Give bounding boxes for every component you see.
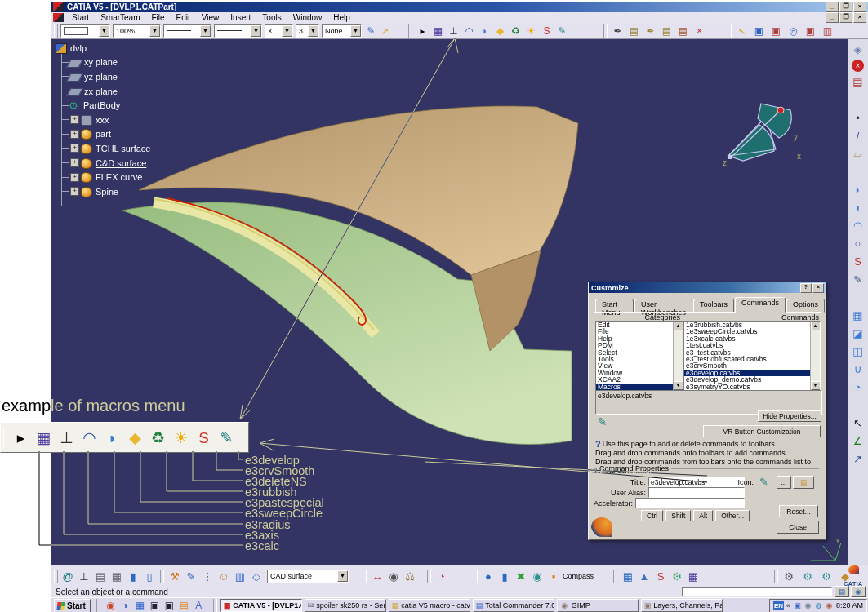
shading-sphere-icon[interactable]: ● xyxy=(481,569,496,583)
point-icon[interactable]: • xyxy=(850,110,866,126)
dialog-tab[interactable]: User Workbenches xyxy=(634,299,692,313)
modifier-button[interactable]: Shift xyxy=(665,510,691,521)
linetype-combo[interactable]: ▼ xyxy=(163,24,211,38)
link-doc-icon[interactable]: ▣ xyxy=(803,24,817,38)
tree-item[interactable]: yz plane xyxy=(56,69,211,84)
tree-item-label[interactable]: yz plane xyxy=(84,72,118,82)
capture-camera-icon[interactable]: ◉ xyxy=(386,569,401,583)
tray-update-icon[interactable]: ◉ xyxy=(825,601,834,610)
macro-gear-icon[interactable]: ⚙ xyxy=(800,569,815,583)
vr-button-customization-button[interactable]: VR Button Customization xyxy=(703,425,821,437)
scroll-down-icon[interactable]: ▼ xyxy=(674,381,683,390)
tree-item[interactable]: PartBody xyxy=(56,98,211,113)
formula-pen-icon[interactable]: ✒ xyxy=(611,24,625,38)
workbench-icon[interactable]: ◈ xyxy=(850,42,866,57)
separator[interactable] xyxy=(850,92,866,108)
e3radius-icon[interactable]: ◠ xyxy=(462,24,476,38)
chevron-down-icon[interactable]: ▼ xyxy=(251,25,261,37)
commands-scrollbar[interactable]: ▲ ▼ xyxy=(810,322,820,390)
measure-ruler-icon[interactable]: ↔ xyxy=(370,569,385,583)
toolbar-grip[interactable] xyxy=(3,427,7,448)
color-combo[interactable]: ▼ xyxy=(60,24,110,38)
cylinder-view-icon[interactable]: ▮ xyxy=(497,569,512,583)
spline-s-icon[interactable]: S xyxy=(653,569,668,583)
scroll-down-icon[interactable]: ▼ xyxy=(811,381,821,390)
sweep-surface-icon[interactable]: ◗ xyxy=(850,182,866,197)
surface-check-icon[interactable]: ◇ xyxy=(249,569,264,583)
e3develop-icon[interactable]: ✎ xyxy=(555,24,569,38)
work-grid-icon[interactable]: ▦ xyxy=(109,569,124,583)
view-compass[interactable]: y x z xyxy=(719,86,812,167)
title-field[interactable] xyxy=(648,477,745,487)
launch-save-icon[interactable]: ▦ xyxy=(133,599,147,612)
chevron-down-icon[interactable]: ▼ xyxy=(350,25,361,37)
structure-tree-icon[interactable]: ⋮ xyxy=(200,569,215,583)
tree-item[interactable]: dvlp xyxy=(56,41,211,55)
menu-item[interactable]: Help xyxy=(327,13,356,22)
publication-icon[interactable]: ▤ xyxy=(93,569,108,583)
tray-chevron[interactable]: « xyxy=(786,601,790,610)
start-button[interactable]: Start xyxy=(54,599,91,612)
tree-expander[interactable]: + xyxy=(70,144,79,153)
tree-item[interactable]: xy plane xyxy=(56,55,211,70)
settings-gear-icon[interactable]: ⚙ xyxy=(819,569,834,583)
chevron-down-icon[interactable]: ▼ xyxy=(282,25,292,37)
separator[interactable] xyxy=(850,290,866,305)
menu-item[interactable]: File xyxy=(145,13,170,22)
rule-delete-scroll-icon[interactable]: ▤ xyxy=(676,24,690,38)
clipboard-pencil-icon[interactable]: ✎ xyxy=(184,569,198,583)
power-input[interactable] xyxy=(682,587,832,596)
launch-photo2-icon[interactable]: ▣ xyxy=(162,599,176,612)
category-item[interactable]: Macros xyxy=(596,384,674,390)
boundary-icon[interactable]: ∪ xyxy=(850,361,866,377)
close-button[interactable]: × xyxy=(853,2,866,12)
plane-icon[interactable]: ▱ xyxy=(850,146,866,162)
rule-scroll2-icon[interactable]: ▤ xyxy=(660,24,674,38)
columns-icon[interactable]: ▥ xyxy=(233,569,247,583)
menu-item[interactable]: View xyxy=(196,13,225,22)
tray-volume-icon[interactable]: ◉ xyxy=(803,601,812,610)
tree-item-label[interactable]: PartBody xyxy=(83,100,120,110)
tray-network-icon[interactable]: ◍ xyxy=(814,601,823,610)
calculator-icon[interactable]: ▦ xyxy=(686,569,701,583)
toolbar-overflow-arrow-icon[interactable]: ▸ xyxy=(416,24,430,38)
wizard-wand-icon[interactable]: ↗ xyxy=(378,24,392,38)
gears-options-icon[interactable]: ⚙ xyxy=(781,569,796,583)
gauge-icon[interactable]: ◔ xyxy=(434,569,449,583)
launch-draw-icon[interactable]: A xyxy=(192,599,206,612)
tree-item[interactable]: + C&D surface xyxy=(56,156,211,171)
launch-browser-icon[interactable]: ◑ xyxy=(118,599,132,612)
menu-item[interactable]: Tools xyxy=(256,13,287,22)
constraint-icon[interactable]: ∠ xyxy=(850,433,866,449)
menu-item[interactable]: Start xyxy=(66,13,95,22)
chevron-down-icon[interactable]: ▼ xyxy=(200,25,211,37)
circle-icon[interactable]: ○ xyxy=(850,236,866,251)
categories-scrollbar[interactable]: ▲ ▼ xyxy=(673,322,683,390)
split-icon[interactable]: ◪ xyxy=(850,326,866,341)
task-button[interactable]: ◉ GIMP xyxy=(557,599,639,612)
dialog-tab[interactable]: Toolbars xyxy=(693,299,734,313)
tree-item-label[interactable]: FLEX curve xyxy=(96,172,142,182)
close-dialog-button[interactable]: Close xyxy=(777,521,819,534)
tree-expander[interactable]: + xyxy=(70,158,79,167)
menu-item[interactable]: SmarTeam xyxy=(95,13,145,22)
tree-item-label[interactable]: dvlp xyxy=(70,43,87,53)
task-button[interactable]: ▦ CATIA V5 - [DVLP1.CA... xyxy=(220,599,302,612)
modifier-button[interactable]: Other... xyxy=(715,510,750,521)
dialog-help-button[interactable]: ? xyxy=(800,283,812,293)
opacity-combo[interactable]: 100% ▼ xyxy=(113,24,161,38)
e3calc-icon[interactable]: ▦ xyxy=(33,427,55,449)
tree-expander[interactable]: + xyxy=(70,173,79,182)
analysis-mountain-icon[interactable]: ▲ xyxy=(637,569,652,583)
launch-photo1-icon[interactable]: ▣ xyxy=(148,599,162,612)
loft-surface-icon[interactable]: ◖ xyxy=(850,200,866,215)
chevron-down-icon[interactable]: ▼ xyxy=(308,25,318,37)
zoom-doc-icon[interactable]: ◎ xyxy=(786,24,800,38)
tree-item-label[interactable]: part xyxy=(96,129,111,139)
e3pastespecial-icon[interactable]: ◆ xyxy=(493,24,507,38)
tree-item[interactable]: + Spine xyxy=(56,184,211,199)
trim-icon[interactable]: ◫ xyxy=(850,344,866,359)
check-pen-scroll-icon[interactable]: ✒ xyxy=(643,24,657,38)
point-symbol-combo[interactable]: × ▼ xyxy=(265,24,293,38)
tree-item-label[interactable]: zx plane xyxy=(84,86,118,96)
